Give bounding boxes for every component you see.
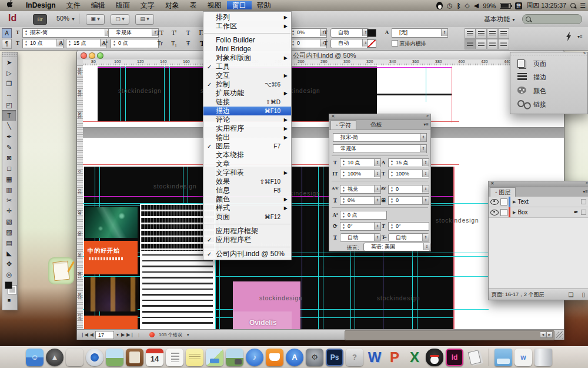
dock-icon-indesign[interactable]: Id bbox=[446, 349, 463, 366]
page-dropdown-arrow[interactable]: ▼ bbox=[116, 333, 119, 337]
menubar-item-表[interactable]: 表 bbox=[185, 1, 202, 9]
trash-icon[interactable]: ▯ bbox=[582, 291, 585, 298]
dock-icon-maps[interactable] bbox=[206, 349, 223, 366]
workspace-switcher[interactable]: 基本功能 ▼ bbox=[484, 15, 516, 24]
cp-proportional-spacing[interactable]: ▲▼0%⇕ bbox=[340, 196, 381, 205]
menu-item-对象和版面[interactable]: 对象和版面▶ bbox=[203, 54, 291, 62]
menu-item-文本绕排[interactable]: 文本绕排 bbox=[203, 151, 291, 160]
close-icon[interactable]: ✕ bbox=[331, 114, 335, 119]
dock-icon-help[interactable]: ? bbox=[346, 349, 363, 366]
character-style-dropdown[interactable]: [无]⇕ bbox=[392, 28, 448, 38]
dock-icon-trash[interactable] bbox=[534, 349, 552, 366]
position-button-0[interactable]: Tr bbox=[155, 39, 165, 48]
align-button-6[interactable] bbox=[487, 39, 498, 49]
menu-item-图层[interactable]: ✓图层F7 bbox=[203, 142, 291, 151]
align-button-4[interactable] bbox=[465, 39, 476, 49]
dock-icon-excel[interactable]: X bbox=[406, 349, 423, 366]
scroll-right-button[interactable]: ▶ bbox=[546, 331, 553, 338]
menu-item-颜色[interactable]: 颜色▶ bbox=[203, 195, 291, 204]
align-button-3[interactable] bbox=[498, 28, 509, 39]
visibility-eye-icon[interactable] bbox=[490, 199, 499, 205]
menu-item-评论[interactable]: 评论▶ bbox=[203, 115, 291, 124]
zoom-level-dropdown[interactable]: 50% ▼ bbox=[56, 15, 75, 22]
baseline-shift-field[interactable]: ▲▼0 点 bbox=[111, 39, 159, 48]
dock-icon-finder[interactable]: ☺ bbox=[26, 349, 44, 366]
dock-icon-qq[interactable] bbox=[426, 349, 443, 366]
menubar-item-InDesign[interactable]: InDesign bbox=[21, 1, 61, 9]
qq-status-icon[interactable] bbox=[436, 2, 443, 9]
case-button-0[interactable]: TT bbox=[155, 28, 165, 37]
screen-mode-button[interactable]: ▢ ▾ bbox=[111, 14, 129, 25]
pink-color-block[interactable]: Ovidelis bbox=[233, 281, 300, 329]
menu-item-公司内刊.indd @ 50%[interactable]: ✓公司内刊.indd @ 50% bbox=[203, 250, 291, 258]
fill-proxy[interactable] bbox=[5, 281, 12, 289]
panel-dock-item-页面[interactable]: 页面 bbox=[510, 57, 587, 71]
menu-item-控制[interactable]: ✓控制⌥⌘6 bbox=[203, 80, 291, 89]
layer-row-Box[interactable]: ▶Box✒ bbox=[489, 207, 588, 218]
quick-apply-icon[interactable] bbox=[566, 32, 572, 42]
font-style-field[interactable]: 常规体⇕ bbox=[108, 28, 159, 38]
window-resize-grip[interactable] bbox=[556, 331, 563, 339]
layer-target-square[interactable] bbox=[581, 199, 586, 204]
align-button-0[interactable] bbox=[465, 28, 476, 39]
menu-item-输出[interactable]: 输出▶ bbox=[203, 133, 291, 142]
last-page-button[interactable]: ▶❘ bbox=[126, 332, 134, 337]
menu-item-工作区[interactable]: 工作区▶ bbox=[203, 22, 291, 31]
panel-menu-icon[interactable]: ▾≡ bbox=[423, 122, 429, 127]
layers-panel-header[interactable]: ✕» bbox=[489, 181, 588, 187]
menu-item-Mini Bridge[interactable]: Mini Bridge bbox=[203, 45, 291, 54]
panel-dock-item-描边[interactable]: 描边 bbox=[510, 71, 587, 84]
cp-font-style[interactable]: 常规体⇕ bbox=[333, 144, 427, 153]
time-machine-icon[interactable]: ◷ bbox=[447, 2, 453, 9]
dock-icon-itunes[interactable]: ♪ bbox=[246, 349, 263, 366]
character-formatting-button[interactable]: A bbox=[2, 28, 12, 38]
menu-item-实用程序[interactable]: 实用程序▶ bbox=[203, 124, 291, 133]
tatechuyoko-checkbox[interactable]: 直排内横排 bbox=[392, 40, 426, 48]
menubar-item-对象[interactable]: 对象 bbox=[160, 1, 185, 9]
vertical-grid-tool[interactable]: ▥ bbox=[2, 184, 16, 195]
cp-font-size[interactable]: ▲▼10 点⇕ bbox=[340, 158, 381, 167]
tracking-field[interactable]: ▲▼0⇕ bbox=[289, 39, 327, 48]
note-tool[interactable]: ▤ bbox=[2, 237, 16, 248]
scroll-left-button[interactable]: ◀ bbox=[540, 331, 546, 338]
tab-swatches[interactable]: 色板 bbox=[366, 120, 387, 129]
paragraph-formatting-button[interactable]: ¶ bbox=[2, 39, 12, 49]
cp-font-family[interactable]: 报宋-简⇕ bbox=[333, 133, 427, 142]
case-button-1[interactable]: Tᑊ bbox=[169, 28, 179, 37]
collapse-icon[interactable]: » bbox=[426, 114, 429, 118]
volume-icon[interactable]: ◀ bbox=[474, 2, 479, 9]
mojikumi-dropdown[interactable]: 自动⇕ bbox=[330, 39, 369, 48]
dock-icon-photoshop[interactable]: Ps bbox=[326, 349, 343, 366]
wifi-icon[interactable]: ◇ bbox=[465, 2, 469, 9]
cp-underline-mode[interactable]: 自动⇕ bbox=[340, 233, 381, 242]
align-button-1[interactable] bbox=[476, 28, 487, 39]
cp-horizontal-scale[interactable]: ▲▼100%⇕ bbox=[388, 170, 429, 178]
position-button-2[interactable]: Ŧ bbox=[183, 39, 193, 48]
photo-frame-water[interactable] bbox=[85, 207, 138, 238]
next-page-button[interactable]: ▶ bbox=[121, 332, 125, 337]
screen-mode-tool[interactable]: ■ bbox=[2, 295, 16, 306]
preflight-menu-arrow[interactable]: ▼ bbox=[186, 333, 190, 337]
dock-icon-photobooth[interactable] bbox=[226, 349, 243, 366]
collapse-icon[interactable]: » bbox=[583, 51, 586, 55]
menubar-item-版面[interactable]: 版面 bbox=[111, 1, 135, 9]
tab-layers[interactable]: ◦ 图层 bbox=[490, 187, 516, 197]
scale-percent-field[interactable]: ▲▼0%⇕ bbox=[289, 28, 327, 38]
menu-item-文字和表[interactable]: 文字和表▶ bbox=[203, 168, 291, 177]
window-titlebar[interactable]: Id公司内刊.indd @ 50% bbox=[77, 51, 564, 60]
character-panel-header[interactable]: ✕» bbox=[329, 114, 430, 120]
free-transform-tool[interactable]: ✛ bbox=[2, 205, 16, 216]
cp-tracking[interactable]: ▲▼0⇕ bbox=[388, 185, 429, 194]
dock-icon-appstore[interactable]: A bbox=[286, 349, 303, 366]
page-number-field[interactable]: 17 bbox=[95, 331, 114, 339]
menu-item-效果[interactable]: 效果⇧⌘F10 bbox=[203, 177, 291, 186]
menu-item-样式[interactable]: 样式▶ bbox=[203, 204, 291, 213]
menu-item-描边[interactable]: 描边⌘F10 bbox=[203, 107, 291, 115]
rectangle-tool[interactable]: □ bbox=[2, 163, 16, 174]
first-page-button[interactable]: ❘◀ bbox=[81, 332, 88, 337]
menu-item-文章[interactable]: 文章 bbox=[203, 160, 291, 168]
page-tool[interactable]: ❐ bbox=[2, 78, 16, 89]
dock-icon-mission-control[interactable] bbox=[66, 349, 83, 366]
prev-page-button[interactable]: ◀ bbox=[90, 332, 93, 337]
menu-item-工具[interactable]: ✓工具 bbox=[203, 62, 291, 71]
